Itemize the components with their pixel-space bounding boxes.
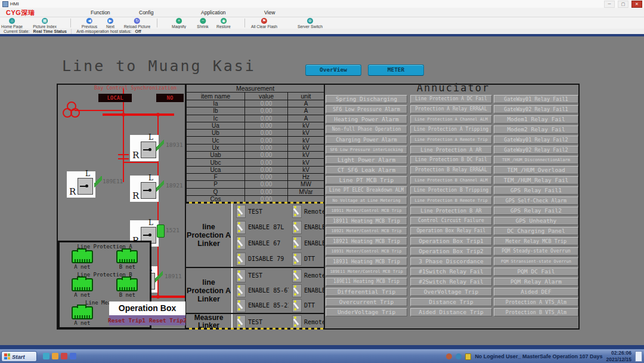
linker-switch-icon[interactable] bbox=[236, 315, 246, 328]
annunciator-tile[interactable]: PQM Steady-state Overrun bbox=[494, 247, 578, 256]
linker-switch-icon[interactable] bbox=[292, 315, 302, 328]
annunciator-tile[interactable]: DC Charging Panel bbox=[494, 227, 578, 235]
toolbar-previous-button[interactable]: ◀Previous bbox=[82, 18, 97, 29]
annunciator-tile[interactable]: Non-full Phase Operation bbox=[326, 125, 407, 134]
annunciator-tile[interactable]: Spring Discharging bbox=[326, 95, 407, 103]
annunciator-tile[interactable]: OverVoltage Trip bbox=[410, 288, 492, 296]
linker-switch-icon[interactable] bbox=[292, 253, 302, 266]
meter-button[interactable]: METER bbox=[368, 64, 424, 76]
linker-switch-icon[interactable] bbox=[292, 236, 302, 250]
annunciator-tile[interactable]: Line Protection A Tripping bbox=[410, 125, 492, 134]
annunciator-tile[interactable]: GPS Self-Check Alarm bbox=[494, 196, 578, 205]
menu-config[interactable]: Config bbox=[139, 10, 154, 16]
annunciator-tile[interactable]: Line Protection B DC Fail bbox=[410, 156, 492, 164]
annunciator-tile[interactable]: Line Protection B Tripping bbox=[410, 186, 492, 195]
reset-trip1-button[interactable]: Reset Trip1 bbox=[108, 317, 145, 324]
breaker-18931[interactable]: RL bbox=[130, 135, 159, 161]
start-button[interactable]: Start bbox=[1, 351, 37, 362]
linker-switch-icon[interactable] bbox=[236, 284, 246, 297]
close-button[interactable]: ✕ bbox=[631, 1, 642, 8]
breaker-18921[interactable]: RL bbox=[130, 176, 159, 202]
annunciator-tile[interactable]: Protection B Relay ERR&AL bbox=[410, 166, 492, 174]
annunciator-tile[interactable]: TEM_/HUM_Relay Fail bbox=[494, 176, 578, 184]
annunciator-tile[interactable]: UnderVoltage Trip bbox=[326, 308, 407, 316]
linker-switch-icon[interactable] bbox=[236, 253, 246, 266]
annunciator-tile[interactable]: Line Protection A AR bbox=[410, 146, 492, 154]
annunciator-tile[interactable]: GateWay01 Relay Fail1 bbox=[494, 95, 578, 103]
maximize-button[interactable]: ▢ bbox=[618, 1, 628, 8]
annunciator-tile[interactable]: PQM DC Fail bbox=[494, 267, 578, 276]
linker-switch-icon[interactable] bbox=[292, 221, 302, 234]
toolbar-home-page-button[interactable]: ⌂Home Page bbox=[1, 18, 23, 29]
annunciator-tile[interactable]: Line Protection B AR bbox=[410, 207, 492, 215]
annunciator-tile[interactable]: SF6 Low Pressure Alarm bbox=[326, 105, 407, 113]
linker-switch-icon[interactable] bbox=[236, 205, 246, 218]
toolbar-reload-picture-button[interactable]: ↻Reload Picture bbox=[124, 18, 151, 29]
annunciator-tile[interactable]: 18911 Moter/Control MCB Trip bbox=[326, 207, 407, 215]
linker-switch-icon[interactable] bbox=[236, 299, 246, 312]
annunciator-tile[interactable]: 18931 Moter/Control MCB Trip bbox=[326, 247, 407, 256]
annunciator-tile[interactable]: #1Switch Relay Fail bbox=[410, 267, 492, 276]
annunciator-tile[interactable]: GPS Relay Fail2 bbox=[494, 207, 578, 215]
linker-switch-icon[interactable] bbox=[292, 269, 302, 282]
toolbar-shrink-button[interactable]: −Shrink bbox=[197, 18, 208, 29]
linker-switch-icon[interactable] bbox=[236, 269, 246, 282]
annunciator-tile[interactable]: 189E11 Moter/Control MCB Trip bbox=[326, 267, 407, 276]
annunciator-tile[interactable]: Meter Relay MCB Trip bbox=[494, 237, 578, 245]
quick-launch-icon[interactable] bbox=[52, 353, 58, 359]
linker-switch-icon[interactable] bbox=[292, 299, 302, 312]
linker-switch-icon[interactable] bbox=[236, 221, 246, 234]
annunciator-tile[interactable]: CT SF6 Leak Alarm bbox=[326, 166, 407, 174]
annunciator-tile[interactable]: Control Circuit Failure bbox=[410, 217, 492, 225]
annunciator-tile[interactable]: Operation Box Relay Fail bbox=[410, 227, 492, 235]
annunciator-tile[interactable]: Protection A VTS_Alm bbox=[494, 298, 578, 306]
quick-launch-icon[interactable] bbox=[70, 353, 76, 359]
annunciator-tile[interactable]: Aided Distance Trip bbox=[410, 308, 492, 316]
annunciator-tile[interactable]: Modem1 Relay Fail bbox=[494, 115, 578, 124]
quick-launch-icon[interactable] bbox=[43, 353, 49, 359]
annunciator-tile[interactable]: Line PT ELEC Breakdown ALM bbox=[326, 186, 407, 195]
minimize-button[interactable]: ─ bbox=[604, 1, 615, 8]
menu-function[interactable]: Function bbox=[91, 10, 110, 16]
annunciator-tile[interactable]: 18931 Heating MCB Trip bbox=[326, 257, 407, 266]
annunciator-tile[interactable]: 3 Phase Discordance bbox=[410, 257, 492, 266]
menu-application[interactable]: Application bbox=[201, 10, 226, 16]
annunciator-tile[interactable]: Line Protection A DC Fail bbox=[410, 95, 492, 103]
annunciator-tile[interactable]: Operation Box Trip1 bbox=[410, 237, 492, 245]
linker-switch-icon[interactable] bbox=[292, 205, 302, 218]
annunciator-tile[interactable]: SF6 Low Pressure interLocking bbox=[326, 146, 407, 154]
breaker-189E11[interactable]: RL bbox=[67, 171, 95, 198]
annunciator-tile[interactable]: 18921 Moter/Control MCB Trip bbox=[326, 227, 407, 235]
tray-icon[interactable] bbox=[446, 353, 452, 359]
annunciator-tile[interactable]: GateWay01 Relay Fail2 bbox=[494, 136, 578, 144]
reset-trip2-button[interactable]: Reset Trip2 bbox=[149, 317, 187, 324]
annunciator-tile[interactable]: Line Protection A Remote Trip bbox=[410, 136, 492, 144]
annunciator-tile[interactable]: PQM Stransient-state Overrun bbox=[494, 257, 578, 266]
annunciator-tile[interactable]: TEM_/HUM_DisconnectionAlarm bbox=[494, 156, 578, 164]
annunciator-tile[interactable]: #2Switch Relay Fail bbox=[410, 278, 492, 286]
annunciator-tile[interactable]: Line PT MCB Trip bbox=[326, 176, 407, 184]
annunciator-tile[interactable]: Operation Box Trip2 bbox=[410, 247, 492, 256]
annunciator-tile[interactable]: Line Protection A Channel ALM bbox=[410, 115, 492, 124]
annunciator-tile[interactable]: Aided DEF bbox=[494, 288, 578, 296]
annunciator-tile[interactable]: Line Protection B Remote Trip bbox=[410, 196, 492, 205]
toolbar-picture-index-button[interactable]: ▦Picture Index bbox=[33, 18, 57, 29]
toolbar-magnify-button[interactable]: +Magnify bbox=[172, 18, 186, 29]
annunciator-tile[interactable]: No Voltage at Line Metering bbox=[326, 196, 407, 205]
annunciator-tile[interactable]: Differential Trip bbox=[326, 288, 407, 296]
annunciator-tile[interactable]: PQM Relay Alarm bbox=[494, 278, 578, 286]
annunciator-tile[interactable]: 18921 Heating MCB Trip bbox=[326, 237, 407, 245]
annunciator-tile[interactable]: GateWay02 Relay Fail1 bbox=[494, 105, 578, 113]
toolbar-server-switch-button[interactable]: ⊜Server Switch bbox=[298, 18, 323, 29]
annunciator-tile[interactable]: Light Power Alarm bbox=[326, 156, 407, 164]
annunciator-tile[interactable]: Charging Power Alarm bbox=[326, 136, 407, 144]
annunciator-tile[interactable]: GateWay02 Relay Fail2 bbox=[494, 146, 578, 154]
annunciator-tile[interactable]: Modem2 Relay Fail bbox=[494, 125, 578, 134]
show-desktop-button[interactable] bbox=[635, 351, 642, 362]
annunciator-tile[interactable]: Distance Trip bbox=[410, 298, 492, 306]
annunciator-tile[interactable]: TEM_/HUM_Overload bbox=[494, 166, 578, 174]
toolbar-next-button[interactable]: ▶Next bbox=[106, 18, 114, 29]
annunciator-tile[interactable]: GPS Relay Fail1 bbox=[494, 186, 578, 195]
overview-button[interactable]: OverView bbox=[305, 64, 361, 76]
annunciator-tile[interactable]: Heating Power Alarm bbox=[326, 115, 407, 124]
